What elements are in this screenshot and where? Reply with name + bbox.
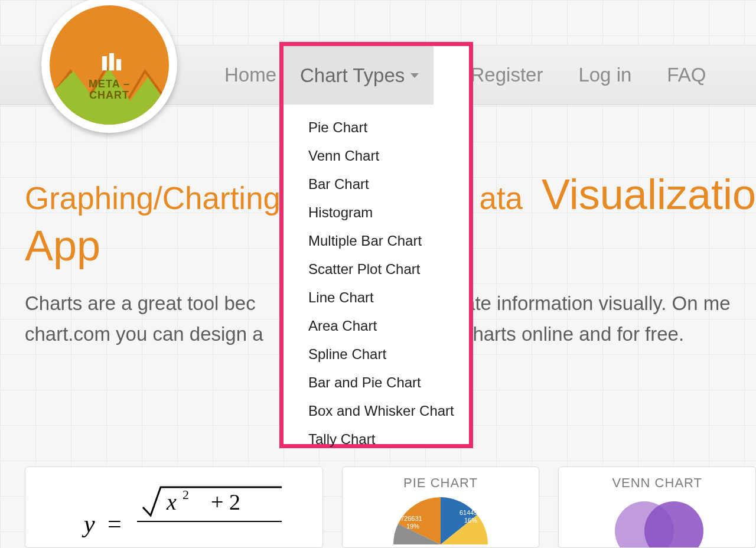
svg-text:y: y [82, 510, 95, 537]
dropdown-item-venn-chart[interactable]: Venn Chart [284, 142, 469, 170]
svg-text:2: 2 [183, 487, 189, 502]
dropdown-item-histogram[interactable]: Histogram [284, 198, 469, 227]
svg-text:x: x [166, 490, 177, 514]
card-formula[interactable]: y = x 2 + 2 [25, 467, 323, 548]
logo-text: META – CHART [50, 79, 169, 101]
svg-rect-2 [116, 59, 121, 70]
dropdown-list: Pie Chart Venn Chart Bar Chart Histogram… [284, 105, 469, 459]
chart-types-dropdown: Chart Types Pie Chart Venn Chart Bar Cha… [279, 42, 473, 448]
logo-text-line1: META – [50, 79, 169, 90]
pie-left-val: 726631 [400, 515, 422, 522]
hero-lead-1a: Charts are a great tool bec [25, 292, 256, 314]
pie-left-pct: 19% [406, 523, 419, 530]
logo-text-line2: CHART [50, 90, 169, 101]
dropdown-header[interactable]: Chart Types [284, 46, 434, 105]
card-venn-title: VENN CHART [567, 475, 747, 491]
card-venn-chart[interactable]: VENN CHART [558, 467, 756, 548]
hero-heading-part2: ata [479, 181, 523, 216]
svg-text:+ 2: + 2 [211, 490, 240, 514]
cards-row: y = x 2 + 2 PIE CHART 614452 16% 726631 [25, 467, 756, 548]
svg-rect-0 [102, 56, 107, 70]
site-logo[interactable]: META – CHART [41, 0, 177, 133]
dropdown-item-tally-chart[interactable]: Tally Chart [284, 425, 469, 454]
venn-chart-icon [598, 494, 716, 547]
dropdown-item-scatter-plot[interactable]: Scatter Plot Chart [284, 255, 469, 283]
hero-heading-big: Visualizatio [542, 171, 756, 218]
dropdown-header-label: Chart Types [300, 64, 405, 87]
dropdown-item-multiple-bar[interactable]: Multiple Bar Chart [284, 227, 469, 255]
dropdown-item-bar-and-pie[interactable]: Bar and Pie Chart [284, 368, 469, 397]
dropdown-item-line-chart[interactable]: Line Chart [284, 283, 469, 312]
dropdown-item-spline-chart[interactable]: Spline Chart [284, 340, 469, 368]
dropdown-item-box-whisker[interactable]: Box and Whisker Chart [284, 397, 469, 425]
nav-login[interactable]: Log in [561, 45, 649, 105]
chevron-down-icon [410, 73, 419, 78]
hero-lead-2a: chart.com you can design a [25, 323, 263, 345]
pie-right-val: 614452 [460, 509, 481, 516]
formula-icon: y = x 2 + 2 [34, 479, 311, 544]
pie-chart-icon: 614452 16% 726631 19% [379, 494, 503, 547]
svg-text:=: = [107, 510, 122, 537]
card-pie-title: PIE CHART [351, 475, 531, 491]
hero-lead-1b: ate information visually. On me [464, 292, 731, 314]
card-pie-chart[interactable]: PIE CHART 614452 16% 726631 19% [342, 467, 540, 548]
svg-rect-1 [109, 53, 114, 70]
nav-faq[interactable]: FAQ [649, 45, 724, 105]
hero-lead-2b: charts online and for free. [463, 323, 684, 345]
hero-heading-part1: Graphing/Charting [25, 181, 281, 216]
dropdown-item-pie-chart[interactable]: Pie Chart [284, 113, 469, 142]
dropdown-item-area-chart[interactable]: Area Chart [284, 312, 469, 340]
logo-badge: META – CHART [50, 5, 169, 125]
pie-right-pct: 16% [464, 517, 477, 524]
dropdown-item-bar-chart[interactable]: Bar Chart [284, 170, 469, 198]
